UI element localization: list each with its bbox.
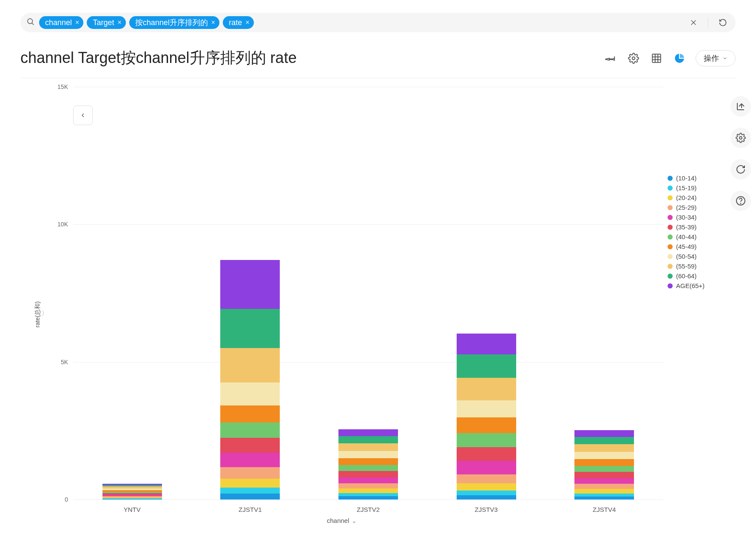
bar-segment[interactable]: [574, 484, 634, 489]
x-axis-label[interactable]: channel⌄: [20, 517, 663, 524]
back-button[interactable]: [73, 106, 93, 125]
bar-segment[interactable]: [338, 483, 398, 488]
bar-segment[interactable]: [457, 433, 516, 447]
bar-segment[interactable]: [220, 453, 280, 467]
bar-segment[interactable]: [457, 461, 516, 474]
bar-segment[interactable]: [338, 493, 398, 497]
filter-chip[interactable]: channel×: [39, 16, 83, 29]
pin-icon[interactable]: [604, 51, 617, 65]
legend-item[interactable]: (15-19): [668, 184, 736, 191]
legend-item[interactable]: (55-59): [668, 263, 736, 270]
bar-segment[interactable]: [338, 451, 398, 458]
chip-remove-icon[interactable]: ×: [117, 19, 121, 26]
legend-item[interactable]: (20-24): [668, 194, 736, 201]
bar-segment[interactable]: [338, 477, 398, 483]
bar-segment[interactable]: [457, 334, 516, 354]
bar-stack[interactable]: [338, 429, 398, 499]
bar-segment[interactable]: [220, 405, 280, 422]
bar-segment[interactable]: [457, 400, 516, 417]
y-axis-caret-icon[interactable]: 〉: [42, 310, 48, 317]
bar-segment[interactable]: [457, 354, 516, 378]
bar-segment[interactable]: [574, 430, 634, 437]
bar-segment[interactable]: [220, 309, 280, 348]
bar-segment[interactable]: [457, 483, 516, 491]
reload-icon[interactable]: [730, 159, 751, 180]
bar-segment[interactable]: [220, 438, 280, 453]
bar-segment[interactable]: [338, 496, 398, 499]
settings-icon[interactable]: [730, 128, 751, 148]
bar-segment[interactable]: [574, 489, 634, 493]
table-icon[interactable]: [650, 51, 663, 65]
y-tick: 10K: [57, 221, 68, 228]
y-tick: 0: [65, 496, 68, 503]
bar-segment[interactable]: [220, 479, 280, 488]
legend-item[interactable]: AGE(65+): [668, 282, 736, 289]
chip-remove-icon[interactable]: ×: [245, 19, 249, 26]
svg-rect-5: [652, 54, 661, 63]
action-dropdown[interactable]: 操作: [696, 50, 736, 66]
bar-segment[interactable]: [220, 467, 280, 479]
legend-label: (25-29): [676, 204, 696, 211]
bar-segment[interactable]: [338, 488, 398, 493]
chip-remove-icon[interactable]: ×: [75, 19, 79, 26]
legend-label: (15-19): [676, 184, 696, 191]
pie-chart-icon[interactable]: [673, 51, 686, 65]
bar-stack[interactable]: [574, 430, 634, 499]
legend-item[interactable]: (40-44): [668, 233, 736, 240]
legend-item[interactable]: (45-49): [668, 243, 736, 250]
bar-segment[interactable]: [457, 447, 516, 461]
legend-color-icon: [668, 176, 673, 181]
bar-segment[interactable]: [220, 260, 280, 308]
bar-segment[interactable]: [338, 429, 398, 436]
search-icon[interactable]: [26, 17, 35, 28]
legend-item[interactable]: (30-34): [668, 214, 736, 221]
legend-item[interactable]: (25-29): [668, 204, 736, 211]
bar-segment[interactable]: [338, 465, 398, 471]
bar-segment[interactable]: [220, 488, 280, 494]
legend-item[interactable]: (50-54): [668, 253, 736, 260]
bar-segment[interactable]: [457, 378, 516, 401]
bar-segment[interactable]: [574, 478, 634, 484]
bar-segment[interactable]: [574, 472, 634, 478]
bar-segment[interactable]: [457, 417, 516, 433]
clear-icon[interactable]: [687, 16, 700, 29]
legend-color-icon: [668, 283, 673, 288]
bar-stack[interactable]: [220, 260, 280, 499]
bar-segment[interactable]: [574, 437, 634, 444]
bar-segment[interactable]: [457, 474, 516, 483]
bar-segment[interactable]: [220, 422, 280, 438]
legend-item[interactable]: (35-39): [668, 223, 736, 231]
chip-remove-icon[interactable]: ×: [211, 19, 215, 26]
filter-chip[interactable]: rate×: [223, 16, 253, 29]
bar-segment[interactable]: [338, 458, 398, 465]
bar-segment[interactable]: [574, 459, 634, 466]
bar-segment[interactable]: [220, 382, 280, 405]
export-icon[interactable]: [730, 96, 751, 117]
bar-stack[interactable]: [457, 334, 516, 499]
bar-segment[interactable]: [574, 466, 634, 472]
bar-segment[interactable]: [574, 452, 634, 459]
bar-segment[interactable]: [338, 471, 398, 477]
gear-icon[interactable]: [627, 51, 640, 65]
refresh-icon[interactable]: [716, 16, 730, 29]
bar-segment[interactable]: [102, 499, 162, 499]
bar-segment[interactable]: [338, 443, 398, 451]
bar-segment[interactable]: [220, 348, 280, 382]
bar-stack[interactable]: [102, 484, 162, 499]
bar-segment[interactable]: [574, 494, 634, 497]
filter-chip[interactable]: 按channel升序排列的×: [129, 16, 219, 29]
bar-segment[interactable]: [220, 494, 280, 499]
chevron-down-icon: ⌄: [352, 517, 357, 524]
legend-item[interactable]: (60-64): [668, 272, 736, 280]
bar-segment[interactable]: [457, 491, 516, 495]
bar-segment[interactable]: [457, 495, 516, 499]
legend-label: (35-39): [676, 223, 696, 231]
y-tick: 5K: [61, 359, 68, 365]
bar-segment[interactable]: [338, 436, 398, 443]
filter-chip[interactable]: Target×: [87, 16, 125, 29]
bar-segment[interactable]: [574, 444, 634, 452]
bar-segment[interactable]: [574, 497, 634, 499]
legend-item[interactable]: (10-14): [668, 174, 736, 182]
help-icon[interactable]: [730, 191, 751, 211]
legend-label: (45-49): [676, 243, 696, 250]
